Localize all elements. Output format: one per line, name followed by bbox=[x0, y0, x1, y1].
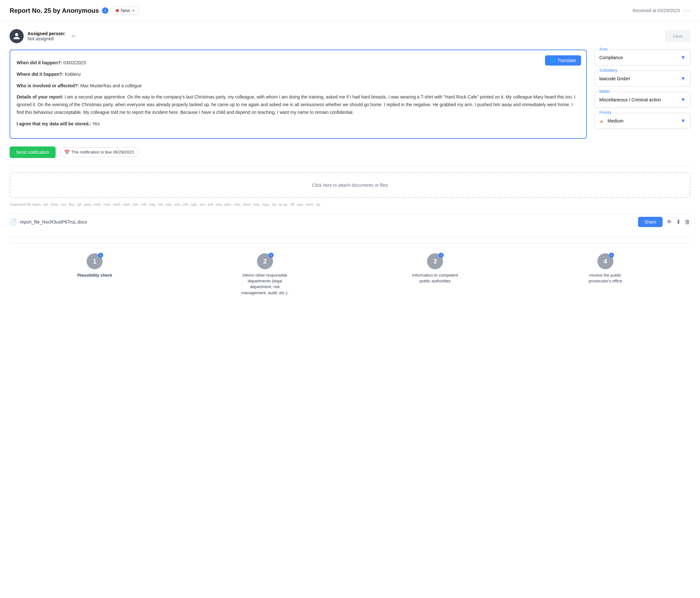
report-content: When did it happen?: 03/02/2023 Where di… bbox=[17, 59, 580, 128]
step-3-label: Information to competent public authorit… bbox=[409, 272, 460, 284]
edit-icon[interactable]: ✏ bbox=[72, 33, 76, 39]
step-1-number: 1 bbox=[93, 258, 97, 265]
notification-row: Send notification 📅 The notification is … bbox=[9, 146, 691, 158]
step-1-label: Plausibility check bbox=[69, 272, 120, 278]
step-1-circle: 1 i bbox=[86, 253, 103, 269]
file-row: 📄 report_file_NocR3ustP6TruL.docx Share … bbox=[9, 213, 691, 230]
sidebar: Area Compliance ▼ Subsidiary lawcode Gmb… bbox=[595, 50, 691, 139]
calendar-icon: 📅 bbox=[64, 150, 70, 155]
file-name: report_file_NocR3ustP6TruL.docx bbox=[20, 219, 87, 224]
area-select[interactable]: Compliance bbox=[599, 54, 685, 62]
step-2-number: 2 bbox=[263, 258, 267, 265]
step-1: 1 i Plausibility check bbox=[9, 253, 180, 280]
globe-icon: 🌐 bbox=[550, 58, 555, 63]
file-info: 📄 report_file_NocR3ustP6TruL.docx bbox=[9, 218, 87, 225]
due-badge: 📅 The notification is due 06/29/2023 bbox=[59, 147, 139, 157]
assigned-label: Assigned person: bbox=[27, 31, 65, 36]
more-options-icon[interactable]: ··· bbox=[684, 7, 691, 14]
delete-icon[interactable]: 🗑 bbox=[685, 219, 691, 225]
step-1-info-icon[interactable]: i bbox=[98, 253, 103, 258]
subsidiary-select[interactable]: lawcode GmbH bbox=[599, 75, 685, 82]
area-label: Area bbox=[598, 47, 608, 51]
matter-label: Matter bbox=[598, 89, 611, 94]
who-line: Who is involved or affected?: Max Muster… bbox=[17, 82, 580, 90]
matter-select[interactable]: Miscellaneous / Criminal action bbox=[599, 96, 685, 104]
matter-field: Matter Miscellaneous / Criminal action ▼ bbox=[595, 92, 691, 108]
page-title: Report No. 25 by Anonymous bbox=[9, 7, 99, 15]
preview-icon[interactable]: 👁 bbox=[667, 219, 672, 225]
avatar bbox=[9, 29, 24, 43]
save-button[interactable]: Save bbox=[665, 30, 691, 42]
step-3-info-icon[interactable]: i bbox=[439, 253, 444, 258]
priority-select-wrapper: ▲ Medium ▼ bbox=[599, 117, 685, 125]
step-2-label: Inform other responsible departments (le… bbox=[240, 272, 291, 296]
send-notification-button[interactable]: Send notification bbox=[9, 146, 56, 158]
header-left: Report No. 25 by Anonymous i New ▼ bbox=[9, 6, 139, 15]
area-select-wrapper: Compliance ▼ bbox=[599, 54, 685, 62]
assigned-info: Assigned person: Not assigned bbox=[27, 31, 65, 41]
priority-up-icon: ▲ bbox=[599, 118, 604, 123]
step-4-info-icon[interactable]: i bbox=[609, 253, 614, 258]
agree-line: I agree that my data will be stored.: Ye… bbox=[17, 120, 580, 128]
step-3-number: 3 bbox=[433, 258, 437, 265]
divider-2 bbox=[9, 237, 691, 237]
step-2: 2 i Inform other responsible departments… bbox=[180, 253, 350, 296]
received-date: Received at 03/29/2023 bbox=[632, 8, 680, 13]
matter-select-wrapper: Miscellaneous / Criminal action ▼ bbox=[599, 96, 685, 104]
step-2-info-icon[interactable]: i bbox=[269, 253, 274, 258]
subsidiary-select-wrapper: lawcode GmbH ▼ bbox=[599, 75, 685, 82]
translate-button[interactable]: 🌐 Translate bbox=[545, 55, 581, 66]
report-box: 🌐 Translate When did it happen?: 03/02/2… bbox=[9, 50, 587, 139]
drop-zone-text: Click here to attach documents or files bbox=[312, 183, 388, 188]
assigned-left: Assigned person: Not assigned ✏ bbox=[9, 29, 76, 43]
step-4-label: Involve the public prosecutor's office bbox=[580, 272, 631, 284]
steps-row: 1 i Plausibility check 2 i Inform other … bbox=[9, 253, 691, 296]
two-col-layout: 🌐 Translate When did it happen?: 03/02/2… bbox=[9, 50, 691, 139]
subsidiary-field: Subsidiary lawcode GmbH ▼ bbox=[595, 71, 691, 87]
subsidiary-label: Subsidiary bbox=[598, 68, 619, 73]
file-actions: Share 👁 ⬇ 🗑 bbox=[638, 217, 691, 227]
steps-section: 1 i Plausibility check 2 i Inform other … bbox=[9, 243, 691, 305]
supported-types-text: Supported file types: .avi, .bmp, .css, … bbox=[9, 202, 691, 207]
step-2-circle: 2 i bbox=[257, 253, 273, 269]
step-3-circle: 3 i bbox=[427, 253, 443, 269]
when-line: When did it happen?: 03/02/2023 bbox=[17, 59, 580, 67]
step-4-number: 4 bbox=[603, 258, 607, 265]
details-line: Details of your report: I am a second ye… bbox=[17, 93, 580, 116]
divider-1 bbox=[9, 166, 691, 166]
where-line: Where did it happen?: Koblenz bbox=[17, 71, 580, 78]
share-button[interactable]: Share bbox=[638, 217, 662, 227]
status-dot bbox=[116, 9, 119, 12]
priority-field: Priority ▲ Medium ▼ bbox=[595, 113, 691, 129]
step-4-circle: 4 i bbox=[597, 253, 614, 269]
status-badge[interactable]: New ▼ bbox=[111, 6, 139, 15]
step-3: 3 i Information to competent public auth… bbox=[350, 253, 520, 284]
due-text: The notification is due 06/29/2023 bbox=[72, 150, 134, 154]
download-icon[interactable]: ⬇ bbox=[676, 218, 681, 225]
priority-select[interactable]: Medium bbox=[608, 117, 685, 125]
status-label: New bbox=[121, 8, 130, 13]
drop-zone[interactable]: Click here to attach documents or files bbox=[9, 172, 691, 198]
info-icon[interactable]: i bbox=[102, 7, 108, 14]
priority-label: Priority bbox=[598, 110, 612, 115]
assigned-value: Not assigned bbox=[27, 36, 54, 41]
area-field: Area Compliance ▼ bbox=[595, 50, 691, 66]
header: Report No. 25 by Anonymous i New ▼ Recei… bbox=[0, 0, 700, 21]
chevron-down-icon: ▼ bbox=[132, 9, 135, 13]
main-content: Assigned person: Not assigned ✏ Save 🌐 T… bbox=[0, 21, 700, 313]
file-doc-icon: 📄 bbox=[9, 218, 17, 225]
header-right: Received at 03/29/2023 ··· bbox=[632, 7, 691, 14]
step-4: 4 i Involve the public prosecutor's offi… bbox=[520, 253, 691, 284]
assigned-row: Assigned person: Not assigned ✏ Save bbox=[9, 29, 691, 43]
